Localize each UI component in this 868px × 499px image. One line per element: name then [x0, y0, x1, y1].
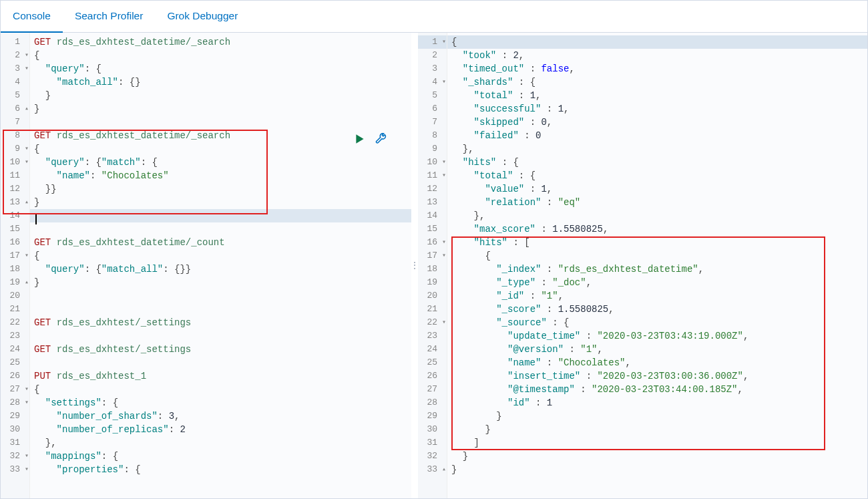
split-panes: 1234567891011121314151617181920212223242…	[1, 33, 867, 498]
tab-search-profiler[interactable]: Search Profiler	[63, 1, 156, 33]
tab-grok-debugger[interactable]: Grok Debugger	[155, 1, 250, 33]
request-editor[interactable]: GET rds_es_dxhtest_datetime/_search{ "qu…	[30, 33, 411, 479]
text-cursor	[35, 214, 37, 224]
tab-bar: Console Search Profiler Grok Debugger	[1, 1, 867, 33]
request-action-bar	[354, 133, 387, 145]
request-editor-gutter: 1234567891011121314151617181920212223242…	[1, 33, 30, 498]
pane-divider[interactable]: ⋮	[411, 33, 418, 498]
play-icon[interactable]	[354, 133, 366, 145]
request-editor-pane: 1234567891011121314151617181920212223242…	[1, 33, 411, 498]
wrench-icon[interactable]	[375, 133, 387, 145]
tab-console[interactable]: Console	[1, 1, 63, 33]
response-viewer-gutter: 1234567891011121314151617181920212223242…	[418, 33, 447, 498]
response-viewer-pane: 1234567891011121314151617181920212223242…	[418, 33, 867, 498]
response-viewer[interactable]: { "took" : 2, "timed_out" : false, "_sha…	[447, 33, 867, 479]
